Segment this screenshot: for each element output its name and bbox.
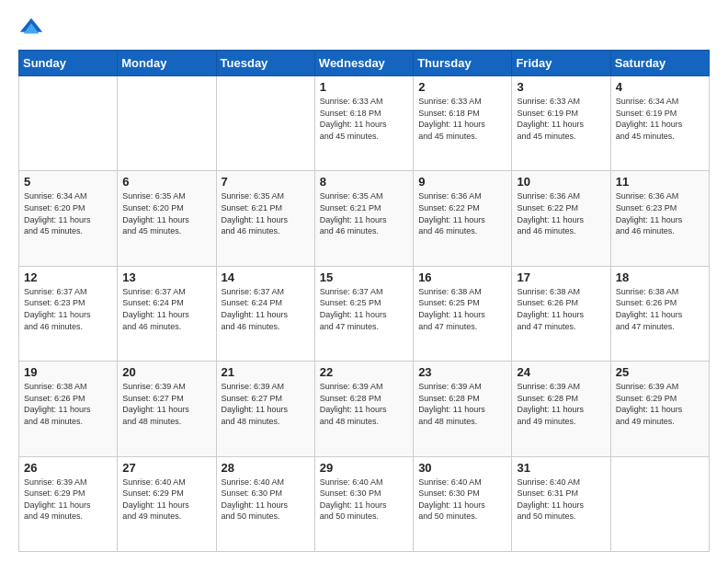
- day-number: 13: [122, 270, 210, 284]
- day-header-tuesday: Tuesday: [216, 51, 314, 76]
- calendar-week-row: 26Sunrise: 6:39 AM Sunset: 6:29 PM Dayli…: [19, 456, 710, 551]
- day-header-saturday: Saturday: [610, 51, 709, 76]
- day-number: 11: [616, 175, 704, 189]
- day-info: Sunrise: 6:39 AM Sunset: 6:28 PM Dayligh…: [418, 381, 506, 427]
- day-number: 9: [418, 175, 506, 189]
- calendar-cell: 12Sunrise: 6:37 AM Sunset: 6:23 PM Dayli…: [19, 266, 118, 361]
- calendar-cell: [19, 76, 118, 171]
- day-number: 16: [418, 270, 506, 284]
- calendar-week-row: 5Sunrise: 6:34 AM Sunset: 6:20 PM Daylig…: [19, 171, 710, 266]
- day-info: Sunrise: 6:40 AM Sunset: 6:30 PM Dayligh…: [418, 477, 506, 523]
- header: [18, 15, 710, 40]
- day-header-sunday: Sunday: [19, 51, 118, 76]
- day-number: 28: [222, 461, 310, 475]
- day-number: 31: [517, 461, 605, 475]
- day-number: 18: [616, 270, 704, 284]
- day-number: 22: [320, 365, 408, 379]
- day-number: 5: [24, 175, 112, 189]
- day-info: Sunrise: 6:35 AM Sunset: 6:21 PM Dayligh…: [320, 190, 408, 236]
- day-number: 17: [517, 270, 605, 284]
- day-info: Sunrise: 6:40 AM Sunset: 6:30 PM Dayligh…: [222, 477, 310, 523]
- calendar-cell: 24Sunrise: 6:39 AM Sunset: 6:28 PM Dayli…: [512, 362, 610, 456]
- day-number: 7: [222, 175, 310, 189]
- day-info: Sunrise: 6:36 AM Sunset: 6:22 PM Dayligh…: [517, 190, 605, 236]
- calendar-cell: 20Sunrise: 6:39 AM Sunset: 6:27 PM Dayli…: [118, 362, 216, 456]
- day-header-wednesday: Wednesday: [314, 51, 413, 76]
- calendar-cell: 1Sunrise: 6:33 AM Sunset: 6:18 PM Daylig…: [314, 76, 413, 171]
- calendar-cell: [216, 76, 314, 171]
- day-info: Sunrise: 6:34 AM Sunset: 6:19 PM Dayligh…: [616, 96, 704, 142]
- calendar-cell: 3Sunrise: 6:33 AM Sunset: 6:19 PM Daylig…: [512, 76, 610, 171]
- day-info: Sunrise: 6:36 AM Sunset: 6:22 PM Dayligh…: [418, 190, 506, 236]
- calendar-cell: 16Sunrise: 6:38 AM Sunset: 6:25 PM Dayli…: [414, 266, 512, 361]
- calendar-cell: 23Sunrise: 6:39 AM Sunset: 6:28 PM Dayli…: [414, 362, 512, 456]
- day-number: 30: [418, 461, 506, 475]
- day-number: 14: [222, 270, 310, 284]
- day-info: Sunrise: 6:33 AM Sunset: 6:19 PM Dayligh…: [517, 96, 605, 142]
- day-info: Sunrise: 6:36 AM Sunset: 6:23 PM Dayligh…: [616, 190, 704, 236]
- calendar-cell: 17Sunrise: 6:38 AM Sunset: 6:26 PM Dayli…: [512, 266, 610, 361]
- calendar-cell: 26Sunrise: 6:39 AM Sunset: 6:29 PM Dayli…: [19, 456, 118, 551]
- calendar-cell: 27Sunrise: 6:40 AM Sunset: 6:29 PM Dayli…: [118, 456, 216, 551]
- day-info: Sunrise: 6:38 AM Sunset: 6:25 PM Dayligh…: [418, 286, 506, 332]
- calendar-cell: 13Sunrise: 6:37 AM Sunset: 6:24 PM Dayli…: [118, 266, 216, 361]
- calendar-cell: 30Sunrise: 6:40 AM Sunset: 6:30 PM Dayli…: [414, 456, 512, 551]
- day-info: Sunrise: 6:35 AM Sunset: 6:20 PM Dayligh…: [122, 190, 210, 236]
- day-number: 15: [320, 270, 408, 284]
- calendar-cell: 9Sunrise: 6:36 AM Sunset: 6:22 PM Daylig…: [414, 171, 512, 266]
- day-info: Sunrise: 6:39 AM Sunset: 6:27 PM Dayligh…: [222, 381, 310, 427]
- calendar-header-row: SundayMondayTuesdayWednesdayThursdayFrid…: [19, 51, 710, 76]
- day-number: 24: [517, 365, 605, 379]
- logo: [18, 15, 48, 40]
- calendar-cell: 21Sunrise: 6:39 AM Sunset: 6:27 PM Dayli…: [216, 362, 314, 456]
- calendar-week-row: 1Sunrise: 6:33 AM Sunset: 6:18 PM Daylig…: [19, 76, 710, 171]
- day-info: Sunrise: 6:38 AM Sunset: 6:26 PM Dayligh…: [517, 286, 605, 332]
- day-info: Sunrise: 6:38 AM Sunset: 6:26 PM Dayligh…: [24, 381, 112, 427]
- calendar-cell: 18Sunrise: 6:38 AM Sunset: 6:26 PM Dayli…: [610, 266, 709, 361]
- calendar-cell: 2Sunrise: 6:33 AM Sunset: 6:18 PM Daylig…: [414, 76, 512, 171]
- day-number: 27: [122, 461, 210, 475]
- day-info: Sunrise: 6:40 AM Sunset: 6:29 PM Dayligh…: [122, 477, 210, 523]
- day-number: 4: [616, 80, 704, 94]
- day-number: 21: [222, 365, 310, 379]
- day-info: Sunrise: 6:34 AM Sunset: 6:20 PM Dayligh…: [24, 190, 112, 236]
- calendar-cell: 22Sunrise: 6:39 AM Sunset: 6:28 PM Dayli…: [314, 362, 413, 456]
- day-info: Sunrise: 6:37 AM Sunset: 6:24 PM Dayligh…: [222, 286, 310, 332]
- day-number: 29: [320, 461, 408, 475]
- day-info: Sunrise: 6:37 AM Sunset: 6:24 PM Dayligh…: [122, 286, 210, 332]
- day-number: 6: [122, 175, 210, 189]
- day-info: Sunrise: 6:38 AM Sunset: 6:26 PM Dayligh…: [616, 286, 704, 332]
- calendar-cell: 7Sunrise: 6:35 AM Sunset: 6:21 PM Daylig…: [216, 171, 314, 266]
- day-header-thursday: Thursday: [414, 51, 512, 76]
- calendar-cell: 4Sunrise: 6:34 AM Sunset: 6:19 PM Daylig…: [610, 76, 709, 171]
- day-number: 26: [24, 461, 112, 475]
- day-header-monday: Monday: [118, 51, 216, 76]
- day-info: Sunrise: 6:35 AM Sunset: 6:21 PM Dayligh…: [222, 190, 310, 236]
- calendar-cell: [610, 456, 709, 551]
- day-info: Sunrise: 6:39 AM Sunset: 6:28 PM Dayligh…: [320, 381, 408, 427]
- calendar-cell: 31Sunrise: 6:40 AM Sunset: 6:31 PM Dayli…: [512, 456, 610, 551]
- calendar-cell: 10Sunrise: 6:36 AM Sunset: 6:22 PM Dayli…: [512, 171, 610, 266]
- day-info: Sunrise: 6:37 AM Sunset: 6:23 PM Dayligh…: [24, 286, 112, 332]
- day-number: 19: [24, 365, 112, 379]
- calendar-cell: 6Sunrise: 6:35 AM Sunset: 6:20 PM Daylig…: [118, 171, 216, 266]
- day-number: 1: [320, 80, 408, 94]
- day-header-friday: Friday: [512, 51, 610, 76]
- day-info: Sunrise: 6:39 AM Sunset: 6:29 PM Dayligh…: [616, 381, 704, 427]
- day-number: 8: [320, 175, 408, 189]
- calendar-cell: 25Sunrise: 6:39 AM Sunset: 6:29 PM Dayli…: [610, 362, 709, 456]
- day-number: 2: [418, 80, 506, 94]
- day-info: Sunrise: 6:33 AM Sunset: 6:18 PM Dayligh…: [418, 96, 506, 142]
- calendar-cell: 5Sunrise: 6:34 AM Sunset: 6:20 PM Daylig…: [19, 171, 118, 266]
- day-info: Sunrise: 6:39 AM Sunset: 6:28 PM Dayligh…: [517, 381, 605, 427]
- calendar-table: SundayMondayTuesdayWednesdayThursdayFrid…: [18, 50, 710, 552]
- day-info: Sunrise: 6:39 AM Sunset: 6:29 PM Dayligh…: [24, 477, 112, 523]
- calendar-cell: 11Sunrise: 6:36 AM Sunset: 6:23 PM Dayli…: [610, 171, 709, 266]
- calendar-cell: 19Sunrise: 6:38 AM Sunset: 6:26 PM Dayli…: [19, 362, 118, 456]
- day-number: 10: [517, 175, 605, 189]
- day-number: 3: [517, 80, 605, 94]
- day-number: 20: [122, 365, 210, 379]
- day-info: Sunrise: 6:33 AM Sunset: 6:18 PM Dayligh…: [320, 96, 408, 142]
- calendar-cell: 28Sunrise: 6:40 AM Sunset: 6:30 PM Dayli…: [216, 456, 314, 551]
- day-info: Sunrise: 6:39 AM Sunset: 6:27 PM Dayligh…: [122, 381, 210, 427]
